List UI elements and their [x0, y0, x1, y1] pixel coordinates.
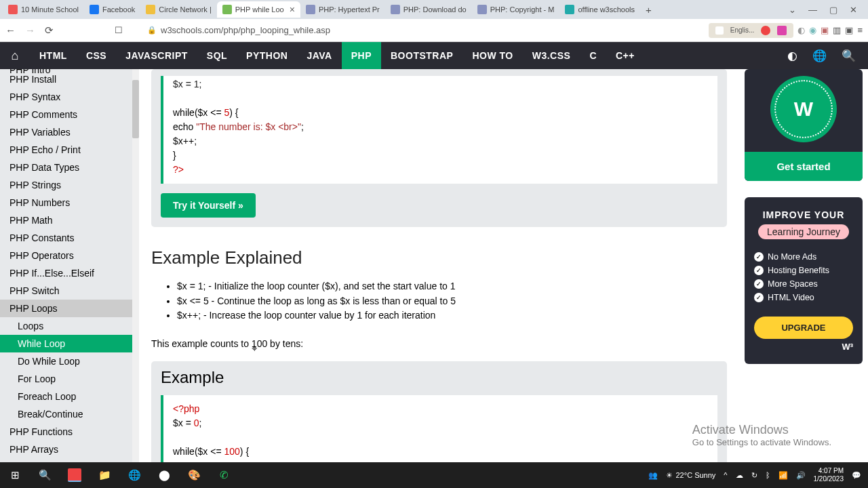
browser-tab[interactable]: Circle Network |: [140, 1, 216, 18]
upgrade-promo: IMPROVE YOUR Learning Journey ✓No More A…: [745, 197, 863, 364]
nav-item-css[interactable]: CSS: [77, 42, 116, 69]
nav-item-how to[interactable]: HOW TO: [462, 42, 522, 69]
theme-toggle-icon[interactable]: ◐: [787, 49, 797, 63]
sidebar-item[interactable]: PHP Functions: [0, 423, 132, 441]
upgrade-button[interactable]: UPGRADE: [754, 317, 853, 339]
search-button[interactable]: 🔍: [30, 462, 60, 488]
sidebar-item[interactable]: PHP Loops: [0, 300, 132, 317]
home-icon[interactable]: ⌂: [0, 49, 30, 63]
clock[interactable]: 4:07 PM 1/20/2023: [814, 467, 844, 483]
browser-tab[interactable]: offline w3schools: [559, 1, 640, 18]
nav-item-java[interactable]: JAVA: [297, 42, 341, 69]
sidebar-item[interactable]: PHP Arrays: [0, 441, 132, 458]
translate-extension[interactable]: Englis...: [709, 23, 794, 38]
example-intro-text: This example counts to 100 by tens:: [151, 338, 727, 349]
weather-widget[interactable]: ☀ 22°C Sunny: [666, 471, 716, 480]
sidebar-item[interactable]: PHP Data Types: [0, 159, 132, 176]
certification-promo[interactable]: W Get started: [745, 69, 863, 181]
check-icon: ✓: [754, 252, 764, 262]
close-tab-icon[interactable]: ×: [290, 4, 295, 15]
nav-item-c[interactable]: C: [580, 42, 606, 69]
nav-item-sql[interactable]: SQL: [197, 42, 237, 69]
window-maximize-icon[interactable]: ▢: [829, 5, 837, 15]
tray-chevron-icon[interactable]: ^: [724, 471, 727, 479]
reload-button[interactable]: ⟳: [45, 24, 54, 37]
wallet-icon[interactable]: ▣: [845, 25, 853, 35]
taskbar-app-paint[interactable]: 🎨: [179, 462, 209, 488]
browser-tab[interactable]: PHP: Download do: [385, 1, 472, 18]
taskbar-app-explorer[interactable]: 📁: [90, 462, 119, 488]
extension-icon[interactable]: ▣: [821, 25, 829, 35]
explanation-list: $x = 1; - Initialize the loop counter ($…: [177, 279, 727, 323]
sidebar-item[interactable]: PHP Math: [0, 211, 132, 229]
extension-icon[interactable]: ◐: [797, 25, 805, 35]
search-icon[interactable]: 🔍: [842, 49, 856, 63]
sidebar-item[interactable]: PHP Constants: [0, 229, 132, 247]
code-example-1: $x = 1; while($x <= 5) { echo "The numbe…: [151, 69, 727, 227]
url-field[interactable]: 🔒 w3schools.com/php/php_looping_while.as…: [147, 25, 330, 35]
sidebar-item[interactable]: Foreach Loop: [0, 388, 132, 405]
people-icon[interactable]: 👥: [648, 471, 658, 480]
taskbar-app-brave[interactable]: [68, 468, 81, 482]
sidebar-item[interactable]: PHP Numbers: [0, 194, 132, 211]
example-heading: Example: [161, 368, 717, 387]
new-tab-button[interactable]: +: [640, 4, 657, 16]
sidebar-toggle-icon[interactable]: ▥: [833, 25, 841, 35]
sidebar-item[interactable]: While Loop: [0, 335, 132, 352]
get-started-button[interactable]: Get started: [745, 152, 863, 181]
check-icon: ✓: [754, 279, 764, 289]
browser-tab[interactable]: 10 Minute School: [3, 1, 84, 18]
tray-wifi-icon[interactable]: 📶: [778, 471, 788, 480]
nav-item-html[interactable]: HTML: [30, 42, 77, 69]
taskbar-app-whatsapp[interactable]: ✆: [209, 462, 239, 488]
menu-icon[interactable]: ≡: [857, 25, 863, 35]
sidebar-item[interactable]: Do While Loop: [0, 352, 132, 370]
sidebar-item[interactable]: PHP Variables: [0, 123, 132, 141]
sidebar-item[interactable]: PHP Syntax: [0, 88, 132, 106]
bookmark-icon[interactable]: ☐: [115, 25, 123, 35]
browser-tab[interactable]: PHP: Copyright - M: [472, 1, 560, 18]
extension-icon[interactable]: ◉: [809, 25, 816, 35]
browser-tab[interactable]: Facebook: [84, 1, 140, 18]
nav-item-w3.css[interactable]: W3.CSS: [523, 42, 580, 69]
nav-item-python[interactable]: PYTHON: [237, 42, 297, 69]
taskbar-app-obs[interactable]: ⬤: [149, 462, 179, 488]
tray-cloud-icon[interactable]: ☁: [736, 471, 743, 480]
sidebar-item[interactable]: PHP Echo / Print: [0, 141, 132, 159]
sidebar-item[interactable]: Loops: [0, 317, 132, 335]
right-column: W Get started IMPROVE YOUR Learning Jour…: [739, 69, 868, 462]
sidebar-item[interactable]: PHP If...Else...Elseif: [0, 264, 132, 282]
nav-item-c++[interactable]: C++: [606, 42, 644, 69]
sidebar-item[interactable]: PHP Strings: [0, 176, 132, 194]
taskbar-app-chrome[interactable]: 🌐: [119, 462, 149, 488]
browser-tab[interactable]: PHP while Loo×: [217, 1, 300, 18]
sidebar-item[interactable]: Break/Continue: [0, 405, 132, 423]
try-it-yourself-button[interactable]: Try it Yourself »: [161, 193, 256, 218]
sidebar-scrollbar[interactable]: [132, 69, 139, 462]
globe-icon[interactable]: 🌐: [812, 49, 827, 63]
forward-button[interactable]: →: [25, 24, 35, 37]
sidebar-item[interactable]: PHP Operators: [0, 247, 132, 264]
tray-update-icon[interactable]: ↻: [751, 471, 757, 480]
back-button[interactable]: ←: [5, 24, 16, 37]
windows-taskbar: ⊞ 🔍 📁 🌐 ⬤ 🎨 ✆ 👥 ☀ 22°C Sunny ^ ☁ ↻ ᛒ 📶 🔊…: [0, 462, 868, 488]
list-item: $x <= 5 - Continue the loop as long as $…: [177, 294, 727, 309]
nav-item-bootstrap[interactable]: BOOTSTRAP: [381, 42, 462, 69]
sidebar-item[interactable]: PHP Comments: [0, 106, 132, 123]
browser-tab[interactable]: PHP: Hypertext Pr: [300, 1, 385, 18]
list-item: $x++; - Increase the loop counter value …: [177, 308, 727, 323]
window-dropdown-icon[interactable]: ⌄: [789, 5, 796, 15]
tray-volume-icon[interactable]: 🔊: [796, 471, 806, 480]
nav-item-javascript[interactable]: JAVASCRIPT: [116, 42, 197, 69]
sidebar-item[interactable]: For Loop: [0, 370, 132, 388]
check-icon: ✓: [754, 293, 764, 302]
feature-item: ✓HTML Video: [754, 291, 853, 304]
feature-item: ✓More Spaces: [754, 277, 853, 291]
window-close-icon[interactable]: ✕: [850, 5, 857, 15]
tray-bluetooth-icon[interactable]: ᛒ: [766, 471, 770, 479]
window-minimize-icon[interactable]: —: [808, 5, 817, 15]
start-button[interactable]: ⊞: [0, 462, 30, 488]
notifications-icon[interactable]: 💬: [852, 471, 861, 480]
sidebar-item[interactable]: PHP Switch: [0, 282, 132, 300]
nav-item-php[interactable]: PHP: [342, 42, 381, 69]
